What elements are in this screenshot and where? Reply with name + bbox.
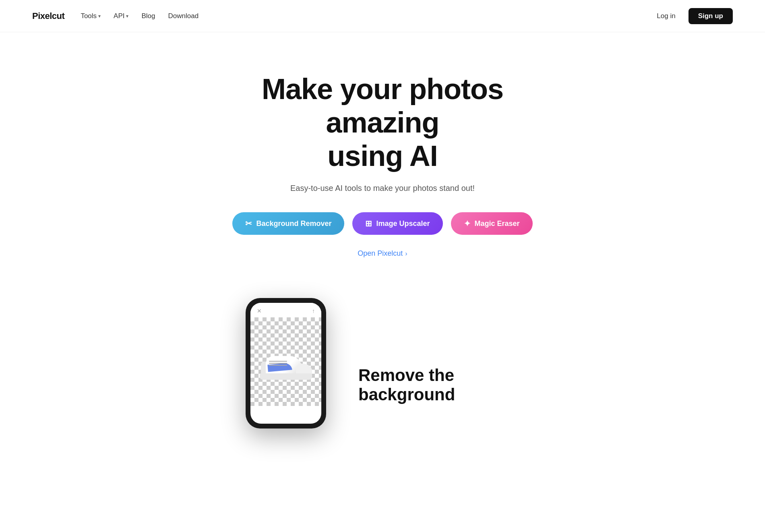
phone-screen: ✕ ↑ xyxy=(250,303,321,424)
section-title: Remove the background xyxy=(358,366,519,404)
wand-icon: ✦ xyxy=(464,219,471,228)
lace-3 xyxy=(269,365,287,366)
lace-2 xyxy=(269,363,287,364)
shoe-illustration xyxy=(258,344,314,380)
phone-mockup: ✕ ↑ xyxy=(246,298,326,428)
phone-image-area xyxy=(250,317,321,406)
header-right: Log in Sign up xyxy=(650,8,733,24)
login-button[interactable]: Log in xyxy=(650,9,682,23)
lace-1 xyxy=(269,361,287,362)
header-left: Pixelcut Tools ▾ API ▾ Blog Download xyxy=(32,11,198,21)
logo[interactable]: Pixelcut xyxy=(32,11,64,21)
scissors-icon: ✂ xyxy=(245,219,252,228)
hero-buttons: ✂ Background Remover ⊞ Image Upscaler ✦ … xyxy=(232,212,532,235)
arrow-right-icon: › xyxy=(405,250,407,257)
phone-share-icon[interactable]: ↑ xyxy=(312,308,315,314)
section-text: Remove the background xyxy=(358,366,519,428)
header: Pixelcut Tools ▾ API ▾ Blog Download Log… xyxy=(0,0,765,32)
phone-close-icon[interactable]: ✕ xyxy=(257,308,262,314)
nav-download[interactable]: Download xyxy=(168,12,199,20)
bg-remover-button[interactable]: ✂ Background Remover xyxy=(232,212,344,235)
phone-top-bar: ✕ ↑ xyxy=(250,303,321,317)
open-pixelcut-link[interactable]: Open Pixelcut › xyxy=(358,249,407,258)
nav-tools[interactable]: Tools ▾ xyxy=(81,12,101,20)
signup-button[interactable]: Sign up xyxy=(688,8,733,24)
hero-section: Make your photos amazing using AI Easy-t… xyxy=(0,32,765,282)
hd-icon: ⊞ xyxy=(365,219,372,228)
nav-blog[interactable]: Blog xyxy=(141,12,155,20)
shoe-sole xyxy=(260,373,312,380)
magic-eraser-button[interactable]: ✦ Magic Eraser xyxy=(451,212,533,235)
nav-api[interactable]: API ▾ xyxy=(114,12,128,20)
main-nav: Tools ▾ API ▾ Blog Download xyxy=(81,12,198,20)
chevron-down-icon: ▾ xyxy=(126,13,128,19)
hero-title: Make your photos amazing using AI xyxy=(221,72,544,172)
hero-subtitle: Easy-to-use AI tools to make your photos… xyxy=(290,184,475,193)
image-upscaler-button[interactable]: ⊞ Image Upscaler xyxy=(352,212,442,235)
shoe-laces xyxy=(269,360,287,368)
chevron-down-icon: ▾ xyxy=(98,13,101,19)
phone-section: ✕ ↑ Remove t xyxy=(0,282,765,428)
